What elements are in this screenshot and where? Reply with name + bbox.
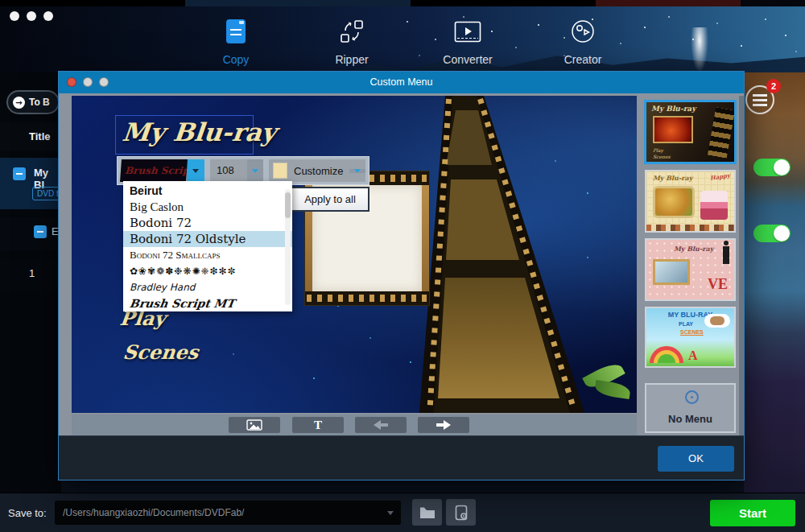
insert-image-button[interactable]: [229, 417, 280, 433]
notification-badge: 2: [766, 79, 781, 93]
title-column-header: Title: [0, 122, 61, 151]
font-family-value: Brush Script MT: [120, 159, 188, 182]
start-button[interactable]: Start: [710, 500, 795, 526]
toggle-switch-on[interactable]: [753, 225, 791, 242]
save-path-input[interactable]: /Users/huangxiaozhi/Documents/DVDFab/: [55, 501, 401, 525]
templates-scrollbar[interactable]: [739, 96, 744, 435]
chevron-down-icon[interactable]: [247, 159, 263, 182]
tab-copy[interactable]: Copy: [192, 18, 280, 66]
menu-title-selection[interactable]: My Blu-ray: [115, 115, 254, 155]
to-target-button[interactable]: To B: [6, 90, 60, 114]
thumb-title: My Blu-ray: [651, 105, 696, 113]
open-folder-button[interactable]: [412, 499, 442, 526]
thumb-title: My Blu-ray: [674, 245, 713, 253]
font-color-select[interactable]: Customize: [269, 159, 365, 182]
dialog-titlebar: Custom Menu: [59, 72, 744, 93]
thumb-fruit-art: [653, 186, 695, 218]
arrow-right-icon: [435, 419, 452, 431]
font-size-value: 108: [210, 159, 247, 182]
tab-converter-label: Converter: [423, 53, 512, 66]
thumb-play: Play: [653, 147, 663, 153]
no-menu-option[interactable]: No Menu: [645, 383, 736, 433]
tab-creator[interactable]: Creator: [539, 18, 627, 66]
tab-copy-label: Copy: [192, 53, 280, 66]
apply-to-all-button[interactable]: Apply to all: [291, 187, 369, 212]
dropdown-scroll-thumb[interactable]: [285, 192, 291, 218]
app-window: Copy Ripper Converter: [0, 0, 805, 532]
tab-ripper-label: Ripper: [308, 53, 396, 66]
tab-converter[interactable]: Converter: [423, 18, 512, 66]
thumb-photo: [653, 116, 693, 143]
font-dropdown-list: Beirut Big Caslon Bodoni 72 Bodoni 72 Ol…: [123, 181, 292, 311]
arrow-circle-icon: [13, 97, 25, 109]
window-controls[interactable]: [10, 11, 53, 21]
menu-scenes-text[interactable]: Scenes: [122, 340, 200, 364]
title-row-selected[interactable]: My Bl DVD to: [0, 158, 61, 209]
thumb-play: PLAY: [679, 321, 693, 327]
title-list-panel: To B Title My Bl DVD to E 1: [0, 72, 61, 493]
tab-ripper[interactable]: Ripper: [308, 18, 396, 66]
ok-button[interactable]: OK: [658, 446, 734, 472]
font-size-select[interactable]: 108: [210, 159, 263, 182]
font-family-select[interactable]: Brush Script MT: [121, 159, 204, 182]
chevron-down-icon[interactable]: [349, 169, 365, 173]
font-option[interactable]: Brush Script MT: [122, 295, 294, 311]
sparkles-decor: [72, 96, 73, 97]
film-strip-graphic: [402, 96, 595, 413]
title-row-number[interactable]: 1: [0, 258, 61, 290]
font-option[interactable]: Bradley Hand: [123, 279, 292, 295]
title-row[interactable]: E: [0, 217, 61, 251]
main-header: Copy Ripper Converter: [0, 6, 805, 72]
bottom-bar: Save to: /Users/huangxiaozhi/Documents/D…: [0, 493, 805, 532]
menu-title-text[interactable]: My Blu-ray: [121, 118, 278, 146]
chevron-down-icon[interactable]: [387, 511, 394, 515]
thumb-cloud-art: [704, 314, 730, 328]
thumb-cake-art: [700, 191, 728, 220]
text-tool-icon: T: [314, 419, 322, 432]
ripper-icon: [308, 18, 396, 45]
template-thumbnail[interactable]: My Blu-ray Happy: [645, 170, 736, 233]
device-disc-icon: [455, 505, 468, 521]
save-path-value: /Users/huangxiaozhi/Documents/DVDFab/: [63, 507, 244, 518]
font-option-ornaments[interactable]: ✿❀✾❁✽❉❋✺❈❇✻✼: [123, 263, 292, 279]
thumb-title: My Blu-ray: [653, 174, 692, 182]
copy-icon: [226, 19, 246, 43]
lighthouse-glow: [691, 27, 708, 72]
thumb-figure-art: [723, 246, 729, 264]
dialog-title: Custom Menu: [59, 72, 744, 93]
stars-decor: [0, 6, 2, 8]
toggle-switch-on[interactable]: [753, 159, 791, 176]
customize-label: Customize: [294, 165, 349, 177]
dialog-body: My Blu-ray Play Scenes Brush Script MT 1…: [59, 93, 744, 480]
creator-icon: [539, 18, 627, 45]
thumb-decor-text: Happy: [709, 171, 730, 181]
prev-page-button[interactable]: [355, 417, 407, 433]
checkbox-partial-icon[interactable]: [34, 225, 47, 238]
to-target-label: To B: [29, 97, 50, 108]
checkbox-partial-icon[interactable]: [13, 167, 26, 180]
template-thumbnail-selected[interactable]: My Blu-ray Play Scenes: [644, 100, 737, 164]
arrow-left-icon: [372, 419, 390, 431]
font-option[interactable]: Big Caslon: [123, 199, 292, 215]
template-thumbnail[interactable]: MY BLU-RAY PLAY SCENES A: [645, 307, 736, 368]
menu-preview-canvas[interactable]: My Blu-ray Play Scenes Brush Script MT 1…: [72, 96, 637, 413]
thumb-border-art: [646, 225, 734, 231]
leaf-decor: [594, 380, 631, 399]
chevron-down-icon[interactable]: [187, 159, 204, 182]
insert-text-button[interactable]: T: [292, 417, 344, 433]
font-option[interactable]: Bodoni 72 Smallcaps: [123, 247, 292, 263]
canvas-toolbar: T: [72, 414, 637, 435]
desktop-strip: [0, 0, 805, 6]
image-icon: [246, 419, 262, 431]
thumb-scenes: Scenes: [653, 154, 671, 159]
font-option[interactable]: Bodoni 72: [123, 215, 292, 231]
font-option-selected[interactable]: Bodoni 72 Oldstyle: [123, 231, 292, 247]
color-swatch[interactable]: [273, 163, 287, 179]
thumb-decor-text: VE: [708, 276, 728, 293]
font-option[interactable]: Beirut: [123, 183, 292, 199]
template-thumbnail[interactable]: My Blu-ray VE: [645, 238, 736, 301]
device-output-button[interactable]: [446, 499, 476, 526]
dialog-footer: OK: [59, 435, 744, 480]
next-page-button[interactable]: [418, 417, 469, 433]
folder-icon: [419, 506, 436, 519]
